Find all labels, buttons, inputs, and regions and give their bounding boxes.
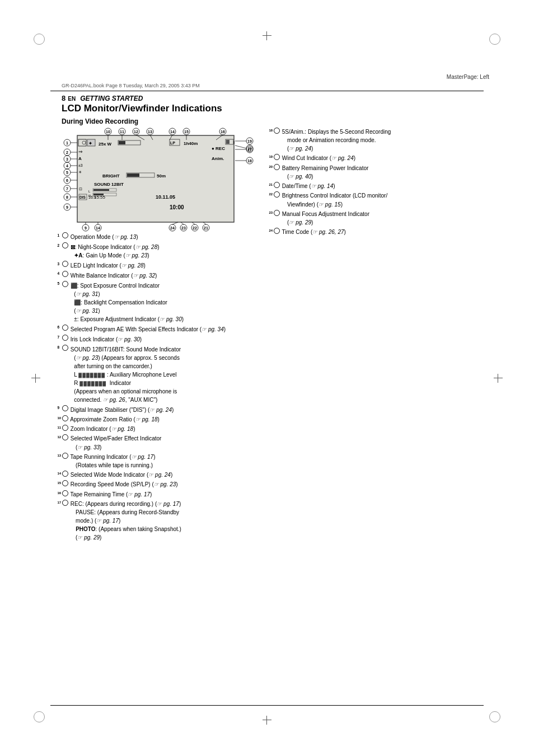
svg-text:24: 24 <box>170 226 175 230</box>
svg-text:±3: ±3 <box>78 163 83 167</box>
desc-item-18: 18 5S/Anim.: Displays the 5-Second Recor… <box>273 128 475 153</box>
svg-text:10: 10 <box>106 130 110 134</box>
desc-item-6: 6 Selected Program AE With Special Effec… <box>62 325 263 334</box>
desc-item-23: 23 Manual Focus Adjustment Indicator (☞ … <box>273 210 475 227</box>
svg-text:16: 16 <box>221 130 225 134</box>
desc-item-5: 5 ⬛: Spot Exposure Control Indicator (☞ … <box>62 281 263 323</box>
svg-text:LP: LP <box>170 141 175 145</box>
desc-item-7: 7 Iris Lock Indicator (☞ pg. 30) <box>62 335 263 344</box>
cross-bottom <box>263 716 271 725</box>
svg-text:10:00: 10:00 <box>170 204 184 210</box>
svg-text:23: 23 <box>181 226 186 230</box>
corner-mark-tr <box>489 34 500 45</box>
svg-text:BRIGHT: BRIGHT <box>102 173 120 179</box>
svg-text:8: 8 <box>66 195 68 199</box>
lcd-diagram: 10 11 12 13 14 15 16 ✦ 25 <box>60 124 268 233</box>
svg-text:● REC: ● REC <box>212 146 225 151</box>
desc-item-13: 13 Tape Running Indicator (☞ pg. 17) (Ro… <box>62 453 263 469</box>
desc-item-8: 8 SOUND 12BIT/16BIT: Sound Mode Indicato… <box>62 345 263 404</box>
svg-text:22: 22 <box>193 226 197 230</box>
corner-mark-bl <box>34 711 45 722</box>
svg-text:1: 1 <box>66 141 68 145</box>
svg-text:2: 2 <box>66 151 68 154</box>
file-info: GR-D246PAL.book Page 8 Tuesday, March 29… <box>62 83 200 88</box>
svg-text:✦: ✦ <box>88 141 92 146</box>
svg-text:A: A <box>78 156 82 161</box>
svg-text:6: 6 <box>66 179 68 182</box>
cross-top <box>263 31 271 40</box>
left-descriptions: 1 Operation Mode (☞ pg. 13) 2 ⊠: Night-S… <box>62 232 263 543</box>
svg-text:14: 14 <box>96 226 100 230</box>
svg-text:21: 21 <box>204 226 208 230</box>
desc-item-14: 14 Selected Wide Mode Indicator (☞ pg. 2… <box>62 471 263 479</box>
svg-text:9: 9 <box>85 226 87 230</box>
svg-text:18: 18 <box>247 159 252 163</box>
corner-mark-br <box>489 711 500 722</box>
svg-text:3: 3 <box>66 157 68 161</box>
svg-text:5: 5 <box>66 171 68 175</box>
svg-text:11: 11 <box>120 130 124 134</box>
page-header: 8 EN GETTING STARTED <box>62 94 143 102</box>
svg-rect-112 <box>93 189 109 191</box>
cross-right <box>494 374 503 383</box>
svg-text:50m: 50m <box>157 173 166 179</box>
svg-text:19: 19 <box>247 139 252 143</box>
svg-text:4: 4 <box>66 164 68 168</box>
svg-rect-46 <box>127 173 139 177</box>
desc-item-4: 4 White Balance Indicator (☞ pg. 32) <box>62 271 263 280</box>
svg-text:25x W: 25x W <box>99 142 112 147</box>
desc-item-15: 15 Recording Speed Mode (SP/LP) (☞ pg. 2… <box>62 480 263 489</box>
svg-text:⊡: ⊡ <box>79 187 82 191</box>
section-label: GETTING STARTED <box>80 95 143 102</box>
svg-text:12: 12 <box>134 130 138 134</box>
svg-rect-49 <box>226 140 229 144</box>
desc-item-9: 9 Digital Image Stabiliser ("DIS") (☞ pg… <box>62 405 263 414</box>
svg-rect-115 <box>93 194 104 195</box>
svg-text:15: 15 <box>184 130 189 134</box>
corner-mark-tl <box>34 34 45 45</box>
main-title: LCD Monitor/Viewfinder Indications <box>62 103 222 114</box>
en-label: EN <box>68 96 76 102</box>
svg-text:R: R <box>88 194 91 198</box>
desc-item-19: 19 Wind Cut Indicator (☞ pg. 24) <box>273 154 475 162</box>
svg-line-56 <box>235 145 246 148</box>
svg-text:20: 20 <box>247 147 252 151</box>
desc-item-12: 12 Selected Wipe/Fader Effect Indicator … <box>62 434 263 451</box>
desc-item-3: 3 LED Light Indicator (☞ pg. 28) <box>62 261 263 270</box>
svg-text:Anim.: Anim. <box>212 156 224 161</box>
desc-item-22: 22 Brightness Control Indicator (LCD mon… <box>273 191 475 208</box>
svg-text:1h40m: 1h40m <box>184 141 198 146</box>
svg-text:☀: ☀ <box>78 170 82 174</box>
svg-text:⇒: ⇒ <box>78 149 83 154</box>
desc-item-2: 2 ⊠: Night-Scope Indicator (☞ pg. 28) ✦A… <box>62 242 263 260</box>
desc-item-11: 11 Zoom Indicator (☞ pg. 18) <box>62 425 263 433</box>
svg-text:15:55: 15:55 <box>94 195 106 200</box>
svg-text:DIS: DIS <box>79 195 86 199</box>
svg-text:SOUND 12BIT: SOUND 12BIT <box>94 182 124 187</box>
svg-text:14: 14 <box>170 130 175 134</box>
desc-item-16: 16 Tape Remaining Time (☞ pg. 17) <box>62 490 263 499</box>
bottom-rule <box>50 705 484 706</box>
desc-item-17: 17 REC: (Appears during recording.) (☞ p… <box>62 500 263 542</box>
desc-item-21: 21 Date/Time (☞ pg. 14) <box>273 182 475 190</box>
svg-text:7: 7 <box>66 187 68 191</box>
desc-item-20: 20 Battery Remaining Power Indicator (☞ … <box>273 164 475 181</box>
desc-item-1: 1 Operation Mode (☞ pg. 13) <box>62 232 263 241</box>
svg-rect-28 <box>119 141 125 144</box>
svg-rect-0 <box>77 135 234 222</box>
svg-text:10.11.05: 10.11.05 <box>156 194 175 200</box>
desc-item-10: 10 Approximate Zoom Ratio (☞ pg. 18) <box>62 415 263 424</box>
svg-text:9: 9 <box>66 205 68 209</box>
top-rule <box>50 91 484 91</box>
cross-left <box>31 374 40 383</box>
svg-text:13: 13 <box>148 130 152 134</box>
desc-item-24: 24 Time Code (☞ pg. 26, 27) <box>273 228 475 236</box>
right-descriptions: 18 5S/Anim.: Displays the 5-Second Recor… <box>273 128 475 237</box>
page-number: 8 <box>62 94 65 102</box>
svg-rect-50 <box>233 141 235 144</box>
masterpage-label: MasterPage: Left <box>447 74 489 80</box>
